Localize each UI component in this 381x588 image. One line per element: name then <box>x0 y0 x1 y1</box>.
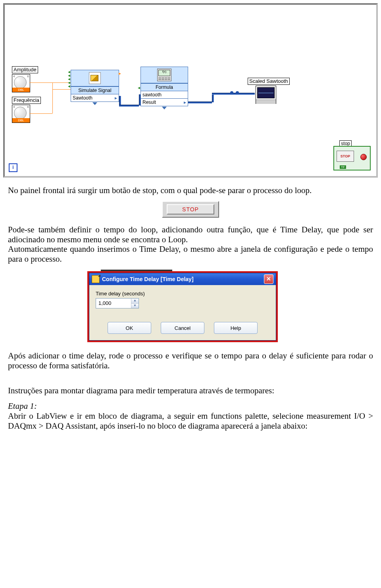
dialog-wrapper: Configure Time Delay [Time Delay] ✕ Time… <box>87 271 278 342</box>
paragraph: Abrir o LabView e ir em bloco de diagram… <box>8 411 373 431</box>
etapa-heading: Etapa 1: <box>8 401 37 411</box>
simulate-signal-node[interactable]: Simulate Signal Sawtooth ▸ <box>71 70 119 102</box>
wire <box>52 89 71 90</box>
time-delay-label: Time delay (seconds) <box>96 291 269 297</box>
cancel-button[interactable]: Cancel <box>161 322 204 334</box>
labview-app-icon <box>92 275 100 283</box>
calculator-icon: f(x) <box>157 69 171 81</box>
wire <box>119 105 139 107</box>
time-delay-value[interactable]: 1,000 <box>96 299 131 308</box>
simulate-output: Sawtooth ▸ <box>71 94 119 102</box>
spinner-down-icon[interactable]: ▼ <box>131 304 139 308</box>
stop-button-icon: STOP <box>337 151 354 162</box>
wire <box>188 102 212 103</box>
labview-block-diagram: Amplitude 4 6 DBL Frequência 4 6 DBL Sim… <box>3 3 378 178</box>
simulate-title: Simulate Signal <box>71 86 119 94</box>
dial-icon <box>14 107 27 119</box>
loop-iteration-terminal: i <box>9 163 17 172</box>
frequencia-label: Frequência <box>12 97 41 104</box>
dial-icon <box>14 76 27 89</box>
expand-chevron-icon[interactable] <box>162 107 167 109</box>
junction-dot <box>230 91 233 94</box>
paragraph: No painel frontal irá surgir um botão de… <box>8 186 373 195</box>
wire <box>212 93 255 95</box>
paragraph: Instruções para montar diagrama para med… <box>8 386 373 396</box>
formula-node[interactable]: f(x) Formula sawtooth Result▸ <box>140 67 188 106</box>
wire <box>29 82 71 83</box>
paragraph: Automaticamente quando inserimos o Time … <box>8 244 373 264</box>
frequencia-knob[interactable]: 4 6 DBL <box>12 105 30 123</box>
dialog-titlebar[interactable]: Configure Time Delay [Time Delay] ✕ <box>89 273 276 285</box>
ok-button[interactable]: OK <box>108 322 151 334</box>
graph-plot-icon <box>257 87 275 98</box>
paragraph: Pode-se também definir o tempo do loop, … <box>8 225 373 245</box>
paragraph: Após adicionar o time delay, rode o proc… <box>8 351 373 371</box>
time-delay-spinner[interactable]: 1,000 ▲ ▼ <box>96 298 139 308</box>
formula-output: Result▸ <box>141 98 188 106</box>
document-body: No painel frontal irá surgir um botão de… <box>8 186 373 431</box>
stop-button-illustration: STOP <box>162 201 219 218</box>
formula-input: sawtooth <box>141 91 188 98</box>
waveform-graph-indicator[interactable] <box>256 86 276 104</box>
tf-datatype-tag: TF <box>340 165 346 169</box>
wire <box>119 96 121 105</box>
amplitude-knob[interactable]: 4 6 DBL <box>12 74 30 92</box>
close-icon[interactable]: ✕ <box>264 274 273 284</box>
stop-button-label: STOP <box>167 204 214 215</box>
amplitude-label: Amplitude <box>12 66 38 73</box>
dialog-title: Configure Time Delay [Time Delay] <box>102 276 194 283</box>
help-button[interactable]: Help <box>214 322 258 334</box>
junction-dot <box>236 91 239 94</box>
wire <box>52 82 53 113</box>
loop-condition-terminal[interactable] <box>360 154 367 160</box>
simulate-signal-icon <box>89 72 101 84</box>
dbl-datatype-tag: DBL <box>12 118 30 123</box>
formula-title: Formula <box>141 83 188 91</box>
dbl-datatype-tag: DBL <box>12 88 30 92</box>
stop-terminal[interactable]: STOP TF <box>333 146 371 170</box>
spinner-up-icon[interactable]: ▲ <box>131 299 139 304</box>
scaled-sawtooth-label: Scaled Sawtooth <box>248 78 290 85</box>
expand-chevron-icon[interactable] <box>92 102 97 105</box>
configure-time-delay-dialog: Configure Time Delay [Time Delay] ✕ Time… <box>89 273 276 341</box>
wire <box>29 113 52 114</box>
